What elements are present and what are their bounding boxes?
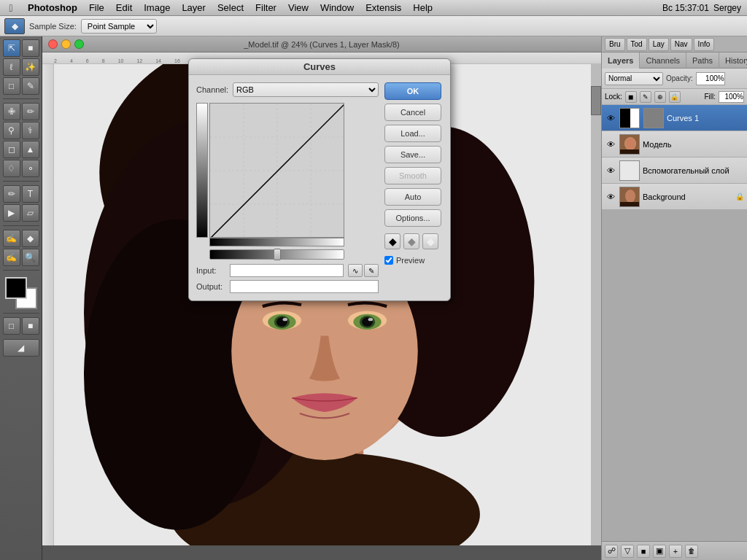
save-button[interactable]: Save... xyxy=(384,146,441,163)
curves-graph[interactable] xyxy=(209,103,344,238)
crop-tool-btn[interactable]: □ xyxy=(3,77,20,95)
add-mask-btn[interactable]: ■ xyxy=(637,545,650,558)
menu-layer[interactable]: Layer xyxy=(176,0,212,16)
stamp-tool-btn[interactable]: ⚲ xyxy=(3,122,20,139)
history-brush-btn[interactable]: ⚕ xyxy=(22,122,39,139)
layer-comps-btn[interactable]: Lay xyxy=(649,38,669,51)
path-select-btn[interactable]: ▶ xyxy=(3,204,20,222)
delete-layer-btn[interactable]: 🗑 xyxy=(685,545,698,558)
scrollbar-thumb[interactable] xyxy=(591,86,601,115)
menu-extensis[interactable]: Extensis xyxy=(360,0,407,16)
blur-tool-btn[interactable]: ♢ xyxy=(3,160,20,177)
menu-file[interactable]: File xyxy=(83,0,110,16)
curves-input-slider[interactable] xyxy=(209,249,344,260)
minimize-btn[interactable] xyxy=(61,39,71,49)
lock-image-btn[interactable]: ✎ xyxy=(640,91,651,103)
layer-item-model[interactable]: 👁 Модель xyxy=(602,131,747,158)
eraser-tool-btn[interactable]: ◻ xyxy=(3,141,20,158)
layers-lock-bar: Lock: ◼ ✎ ⊕ 🔒 Fill: xyxy=(602,89,747,105)
close-btn[interactable] xyxy=(48,39,58,49)
eyedropper-tool-btn2[interactable]: ◆ xyxy=(22,230,39,247)
lock-position-btn[interactable]: ⊕ xyxy=(654,91,666,103)
type-tool-btn[interactable]: T xyxy=(22,185,39,203)
color-swatches[interactable] xyxy=(5,277,37,309)
ok-button[interactable]: OK xyxy=(384,82,441,100)
black-point-eyedropper[interactable]: ◆ xyxy=(384,233,400,249)
menu-window[interactable]: Window xyxy=(314,0,360,16)
tab-layers[interactable]: Layers xyxy=(602,52,640,69)
curve-icon-btn[interactable]: ∿ xyxy=(348,264,363,277)
add-style-btn[interactable]: ▽ xyxy=(621,545,634,558)
menu-photoshop[interactable]: Photoshop xyxy=(22,0,83,16)
tool-options-btn[interactable]: Tod xyxy=(627,38,647,51)
link-layers-btn[interactable]: ☍ xyxy=(605,545,618,558)
info-btn[interactable]: Info xyxy=(694,38,715,51)
channel-select[interactable]: RGB Red Green Blue xyxy=(233,82,379,97)
input-field[interactable] xyxy=(230,264,344,277)
preview-checkbox[interactable] xyxy=(384,256,393,265)
canvas-scrollbar-vertical[interactable] xyxy=(591,64,601,545)
cancel-button[interactable]: Cancel xyxy=(384,104,441,121)
menu-edit[interactable]: Edit xyxy=(110,0,138,16)
opacity-input[interactable] xyxy=(696,72,725,85)
auto-button[interactable]: Auto xyxy=(384,188,441,206)
zoom-tool-btn[interactable]: 🔍 xyxy=(22,249,39,266)
tool-row-2: ℓ ✨ xyxy=(3,58,39,76)
white-point-eyedropper[interactable]: ◆ xyxy=(422,233,438,249)
curves-slider-thumb[interactable] xyxy=(274,249,281,260)
eyedropper-tool-btn[interactable]: ◆ xyxy=(4,18,25,34)
move-tool-btn[interactable]: ⇱ xyxy=(3,39,20,57)
gradient-tool-btn[interactable]: ▲ xyxy=(22,141,39,158)
panel-tabs: Layers Channels Paths History ▼ xyxy=(602,52,747,69)
menu-image[interactable]: Image xyxy=(138,0,176,16)
nav-btn[interactable]: Nav xyxy=(670,38,692,51)
healing-brush-btn[interactable]: ✙ xyxy=(3,103,20,120)
magic-wand-btn[interactable]: ✨ xyxy=(22,58,39,76)
menu-view[interactable]: View xyxy=(282,0,314,16)
new-layer-btn[interactable]: + xyxy=(669,545,682,558)
dodge-tool-btn[interactable]: ⚬ xyxy=(22,160,39,177)
gray-point-eyedropper[interactable]: ◆ xyxy=(403,233,419,249)
lasso-tool-btn[interactable]: ℓ xyxy=(3,58,20,76)
smooth-button[interactable]: Smooth xyxy=(384,167,441,184)
layer-visibility-eye[interactable]: 👁 xyxy=(605,139,616,150)
menu-filter[interactable]: Filter xyxy=(249,0,282,16)
foreground-color-swatch[interactable] xyxy=(5,277,27,299)
layer-item-curves1[interactable]: 👁 Curves 1 xyxy=(602,105,747,131)
layer-visibility-eye[interactable]: 👁 xyxy=(605,165,616,176)
fill-input[interactable] xyxy=(719,91,744,103)
pencil-icon-btn[interactable]: ✎ xyxy=(364,264,379,277)
lock-all-btn[interactable]: 🔒 xyxy=(669,91,681,103)
menu-help[interactable]: Help xyxy=(407,0,438,16)
brush-icon-btn[interactable]: Bru xyxy=(605,38,625,51)
input-label: Input: xyxy=(196,266,225,275)
new-group-btn[interactable]: ▣ xyxy=(653,545,666,558)
hand-tool-btn[interactable]: ✍ xyxy=(3,249,20,266)
notes-tool-btn[interactable]: ✍ xyxy=(3,230,20,247)
maximize-btn[interactable] xyxy=(74,39,84,49)
options-button[interactable]: Options... xyxy=(384,209,441,227)
shape-tool-btn[interactable]: ▱ xyxy=(22,204,39,222)
apple-logo-icon[interactable]:  xyxy=(0,2,22,14)
svg-point-36 xyxy=(625,138,635,149)
tab-history[interactable]: History xyxy=(719,52,747,69)
pen-tool-btn[interactable]: ✏ xyxy=(3,185,20,203)
tab-paths[interactable]: Paths xyxy=(686,52,719,69)
layer-visibility-eye[interactable]: 👁 xyxy=(605,191,616,203)
tab-channels[interactable]: Channels xyxy=(640,52,686,69)
load-button[interactable]: Load... xyxy=(384,125,441,142)
lock-transparent-btn[interactable]: ◼ xyxy=(625,91,637,103)
brush-tool-btn[interactable]: ✏ xyxy=(22,103,39,120)
output-field[interactable] xyxy=(230,280,379,293)
marquee-tool-btn[interactable]: ■ xyxy=(22,39,39,57)
menu-select[interactable]: Select xyxy=(212,0,249,16)
standard-mode-btn[interactable]: □ xyxy=(3,317,20,335)
slice-tool-btn[interactable]: ✎ xyxy=(22,77,39,95)
layer-item-aux[interactable]: 👁 Вспомогательный слой xyxy=(602,158,747,184)
layer-visibility-eye[interactable]: 👁 xyxy=(605,112,616,124)
layer-item-background[interactable]: 👁 Background 🔒 xyxy=(602,184,747,210)
blend-mode-select[interactable]: Normal Multiply Screen Overlay xyxy=(605,72,663,85)
sample-size-select[interactable]: Point Sample 3 by 3 Average 5 by 5 Avera… xyxy=(81,19,157,34)
quickmask-btn[interactable]: ■ xyxy=(22,317,39,335)
screen-mode-btn[interactable]: ◢ xyxy=(3,339,39,357)
